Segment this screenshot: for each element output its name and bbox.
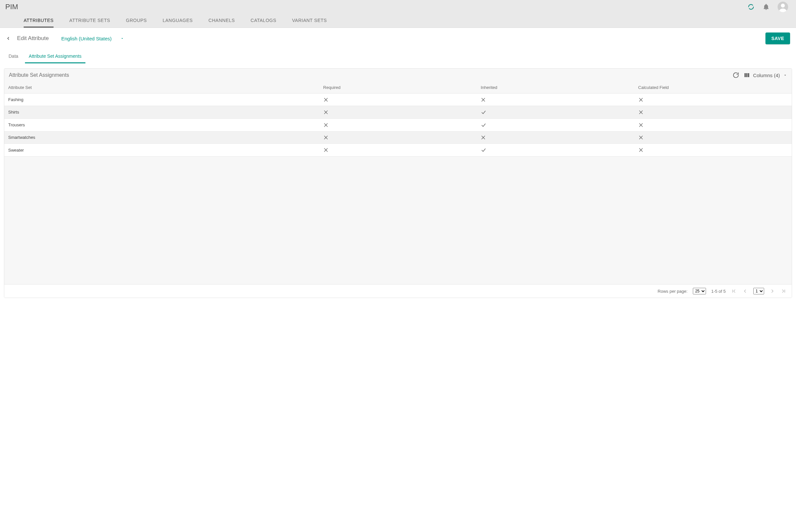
app-header: PIM ATTRIBUTESATTRIBUTE SETSGROUPSLANGUA… — [0, 0, 796, 28]
table-row[interactable]: Trousers — [4, 118, 792, 131]
column-header[interactable]: Required — [319, 82, 477, 94]
app-title: PIM — [5, 3, 18, 11]
assignments-panel: Attribute Set Assignments Columns (4) At… — [4, 68, 792, 298]
subheader: Edit Attribute English (United States) S… — [0, 28, 796, 48]
next-page-icon[interactable] — [770, 288, 775, 294]
nav-tab-variant-sets[interactable]: VARIANT SETS — [284, 14, 335, 27]
attribute-set-name: Shirts — [4, 106, 319, 118]
pagination-range: 1-5 of 5 — [711, 289, 726, 294]
cross-icon — [323, 122, 328, 128]
check-icon — [481, 147, 487, 153]
attribute-set-name: Sweater — [4, 144, 319, 156]
table-row[interactable]: Shirts — [4, 106, 792, 118]
sub-tab-attribute-set-assignments[interactable]: Attribute Set Assignments — [28, 50, 83, 63]
first-page-icon[interactable] — [731, 288, 737, 294]
table-row[interactable]: Sweater — [4, 144, 792, 156]
cross-icon — [323, 97, 328, 102]
cross-icon — [481, 97, 486, 102]
column-header[interactable]: Calculated Field — [634, 82, 792, 94]
cross-icon — [638, 97, 644, 102]
cross-icon — [638, 147, 644, 153]
rows-per-page-select[interactable]: 25 — [693, 288, 706, 294]
nav-tab-attributes[interactable]: ATTRIBUTES — [16, 14, 61, 27]
prev-page-icon[interactable] — [742, 288, 748, 294]
cross-icon — [323, 147, 328, 153]
nav-tab-catalogs[interactable]: CATALOGS — [243, 14, 284, 27]
last-page-icon[interactable] — [781, 288, 786, 294]
attribute-set-name: Smartwatches — [4, 131, 319, 144]
save-button[interactable]: SAVE — [765, 33, 790, 44]
language-select[interactable]: English (United States) — [61, 36, 124, 41]
column-header[interactable]: Attribute Set — [4, 82, 319, 94]
rows-per-page-label: Rows per page: — [658, 289, 688, 294]
table-row[interactable]: Fashing — [4, 94, 792, 106]
panel-title: Attribute Set Assignments — [9, 72, 69, 78]
cross-icon — [481, 135, 486, 140]
table-row[interactable]: Smartwatches — [4, 131, 792, 144]
notifications-icon[interactable] — [762, 3, 770, 11]
attribute-set-name: Trousers — [4, 118, 319, 131]
table-footer: Rows per page: 25 1-5 of 5 1 — [4, 284, 792, 298]
svg-point-0 — [781, 4, 785, 7]
cross-icon — [638, 110, 644, 115]
sub-tab-data[interactable]: Data — [7, 50, 20, 63]
attribute-set-name: Fashing — [4, 94, 319, 106]
svg-rect-2 — [746, 73, 748, 77]
caret-down-icon — [783, 73, 787, 77]
language-label: English (United States) — [61, 36, 111, 41]
nav-tab-attribute-sets[interactable]: ATTRIBUTE SETS — [61, 14, 118, 27]
caret-down-icon — [120, 36, 124, 40]
check-icon — [481, 109, 487, 115]
back-icon[interactable] — [6, 36, 11, 41]
svg-rect-1 — [745, 73, 746, 77]
svg-rect-3 — [748, 73, 749, 77]
page-select[interactable]: 1 — [753, 288, 764, 294]
columns-label: Columns (4) — [753, 73, 780, 78]
check-icon — [481, 122, 487, 128]
breadcrumb: Edit Attribute — [17, 35, 49, 42]
nav-tab-groups[interactable]: GROUPS — [118, 14, 155, 27]
refresh-table-icon[interactable] — [732, 72, 739, 78]
nav-tab-languages[interactable]: LANGUAGES — [155, 14, 201, 27]
column-header[interactable]: Inherited — [477, 82, 634, 94]
assignments-table: Attribute SetRequiredInheritedCalculated… — [4, 82, 792, 156]
cross-icon — [323, 135, 328, 140]
nav-tab-channels[interactable]: CHANNELS — [201, 14, 243, 27]
cross-icon — [638, 122, 644, 128]
cross-icon — [638, 135, 644, 140]
cross-icon — [323, 110, 328, 115]
user-avatar[interactable] — [778, 2, 788, 12]
sync-icon[interactable] — [747, 3, 755, 11]
columns-selector[interactable]: Columns (4) — [744, 72, 787, 78]
